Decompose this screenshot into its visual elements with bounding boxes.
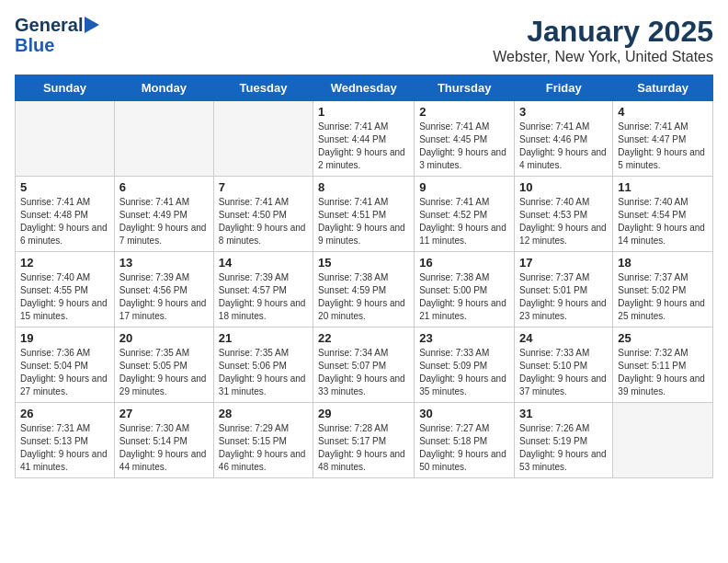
day-info: Sunrise: 7:33 AMSunset: 5:10 PMDaylight:…: [519, 347, 608, 398]
day-info: Sunrise: 7:28 AMSunset: 5:17 PMDaylight:…: [318, 422, 409, 474]
day-info: Sunrise: 7:37 AMSunset: 5:02 PMDaylight:…: [618, 271, 708, 323]
day-cell: 1Sunrise: 7:41 AMSunset: 4:44 PMDaylight…: [313, 101, 415, 177]
day-info: Sunrise: 7:41 AMSunset: 4:52 PMDaylight:…: [419, 196, 509, 247]
day-info: Sunrise: 7:40 AMSunset: 4:54 PMDaylight:…: [618, 196, 708, 247]
logo-arrow-icon: [85, 17, 99, 33]
day-number: 16: [419, 256, 509, 270]
day-cell: 7Sunrise: 7:41 AMSunset: 4:50 PMDaylight…: [213, 177, 313, 252]
day-cell: 25Sunrise: 7:32 AMSunset: 5:11 PMDayligh…: [613, 327, 713, 403]
day-cell: 3Sunrise: 7:41 AMSunset: 4:46 PMDaylight…: [515, 101, 613, 177]
day-number: 21: [219, 331, 308, 345]
day-number: 22: [318, 331, 409, 345]
day-cell: 16Sunrise: 7:38 AMSunset: 5:00 PMDayligh…: [415, 252, 515, 327]
day-info: Sunrise: 7:41 AMSunset: 4:50 PMDaylight:…: [219, 196, 308, 247]
day-info: Sunrise: 7:41 AMSunset: 4:46 PMDaylight:…: [519, 121, 608, 172]
day-cell: 17Sunrise: 7:37 AMSunset: 5:01 PMDayligh…: [515, 252, 613, 327]
day-info: Sunrise: 7:40 AMSunset: 4:53 PMDaylight:…: [519, 196, 608, 247]
day-number: 4: [618, 105, 708, 119]
day-info: Sunrise: 7:39 AMSunset: 4:56 PMDaylight:…: [119, 271, 209, 323]
day-number: 31: [519, 407, 608, 420]
day-info: Sunrise: 7:34 AMSunset: 5:07 PMDaylight:…: [318, 347, 409, 398]
day-number: 27: [119, 407, 209, 420]
day-info: Sunrise: 7:35 AMSunset: 5:05 PMDaylight:…: [119, 347, 209, 398]
day-number: 23: [419, 331, 509, 345]
day-info: Sunrise: 7:26 AMSunset: 5:19 PMDaylight:…: [519, 422, 608, 474]
title-section: January 2025 Webster, New York, United S…: [493, 15, 713, 65]
day-number: 3: [519, 105, 608, 119]
week-row-2: 5Sunrise: 7:41 AMSunset: 4:48 PMDaylight…: [16, 177, 713, 252]
day-number: 8: [318, 180, 409, 194]
day-cell: 31Sunrise: 7:26 AMSunset: 5:19 PMDayligh…: [515, 403, 613, 478]
month-title: January 2025: [493, 15, 713, 49]
day-info: Sunrise: 7:29 AMSunset: 5:15 PMDaylight:…: [219, 422, 308, 474]
day-info: Sunrise: 7:41 AMSunset: 4:49 PMDaylight:…: [119, 196, 209, 247]
day-number: 20: [119, 331, 209, 345]
weekday-header-row: Sunday Monday Tuesday Wednesday Thursday…: [16, 75, 713, 101]
day-info: Sunrise: 7:41 AMSunset: 4:44 PMDaylight:…: [318, 121, 409, 172]
day-cell: 22Sunrise: 7:34 AMSunset: 5:07 PMDayligh…: [313, 327, 415, 403]
calendar-table: Sunday Monday Tuesday Wednesday Thursday…: [15, 75, 713, 478]
day-number: 5: [20, 180, 109, 194]
day-number: 2: [419, 105, 509, 119]
header-monday: Monday: [114, 75, 213, 101]
day-info: Sunrise: 7:27 AMSunset: 5:18 PMDaylight:…: [419, 422, 509, 474]
day-number: 18: [618, 256, 708, 270]
day-info: Sunrise: 7:32 AMSunset: 5:11 PMDaylight:…: [618, 347, 708, 398]
week-row-5: 26Sunrise: 7:31 AMSunset: 5:13 PMDayligh…: [16, 403, 713, 478]
logo-blue-text: Blue: [15, 35, 54, 55]
day-cell: [613, 403, 713, 478]
day-info: Sunrise: 7:40 AMSunset: 4:55 PMDaylight:…: [20, 271, 109, 323]
day-number: 11: [618, 180, 708, 194]
day-info: Sunrise: 7:38 AMSunset: 5:00 PMDaylight:…: [419, 271, 509, 323]
day-info: Sunrise: 7:41 AMSunset: 4:51 PMDaylight:…: [318, 196, 409, 247]
header-wednesday: Wednesday: [313, 75, 415, 101]
day-number: 17: [519, 256, 608, 270]
day-info: Sunrise: 7:41 AMSunset: 4:47 PMDaylight:…: [618, 121, 708, 172]
day-cell: 4Sunrise: 7:41 AMSunset: 4:47 PMDaylight…: [613, 101, 713, 177]
day-cell: 29Sunrise: 7:28 AMSunset: 5:17 PMDayligh…: [313, 403, 415, 478]
day-number: 1: [318, 105, 409, 119]
day-cell: 5Sunrise: 7:41 AMSunset: 4:48 PMDaylight…: [16, 177, 115, 252]
day-cell: [213, 101, 313, 177]
logo: General Blue: [15, 15, 99, 55]
day-cell: [16, 101, 115, 177]
day-number: 19: [20, 331, 109, 345]
day-cell: 19Sunrise: 7:36 AMSunset: 5:04 PMDayligh…: [16, 327, 115, 403]
day-info: Sunrise: 7:31 AMSunset: 5:13 PMDaylight:…: [20, 422, 109, 474]
day-info: Sunrise: 7:30 AMSunset: 5:14 PMDaylight:…: [119, 422, 209, 474]
day-number: 24: [519, 331, 608, 345]
week-row-3: 12Sunrise: 7:40 AMSunset: 4:55 PMDayligh…: [16, 252, 713, 327]
day-number: 26: [20, 407, 109, 420]
day-cell: [114, 101, 213, 177]
day-cell: 30Sunrise: 7:27 AMSunset: 5:18 PMDayligh…: [415, 403, 515, 478]
header-friday: Friday: [515, 75, 613, 101]
day-cell: 9Sunrise: 7:41 AMSunset: 4:52 PMDaylight…: [415, 177, 515, 252]
day-cell: 8Sunrise: 7:41 AMSunset: 4:51 PMDaylight…: [313, 177, 415, 252]
day-number: 15: [318, 256, 409, 270]
day-info: Sunrise: 7:38 AMSunset: 4:59 PMDaylight:…: [318, 271, 409, 323]
day-info: Sunrise: 7:35 AMSunset: 5:06 PMDaylight:…: [219, 347, 308, 398]
header-thursday: Thursday: [415, 75, 515, 101]
day-info: Sunrise: 7:36 AMSunset: 5:04 PMDaylight:…: [20, 347, 109, 398]
day-cell: 20Sunrise: 7:35 AMSunset: 5:05 PMDayligh…: [114, 327, 213, 403]
logo-text: General: [15, 15, 83, 35]
day-cell: 14Sunrise: 7:39 AMSunset: 4:57 PMDayligh…: [213, 252, 313, 327]
day-cell: 27Sunrise: 7:30 AMSunset: 5:14 PMDayligh…: [114, 403, 213, 478]
day-cell: 11Sunrise: 7:40 AMSunset: 4:54 PMDayligh…: [613, 177, 713, 252]
day-number: 7: [219, 180, 308, 194]
day-info: Sunrise: 7:33 AMSunset: 5:09 PMDaylight:…: [419, 347, 509, 398]
header-tuesday: Tuesday: [213, 75, 313, 101]
day-cell: 2Sunrise: 7:41 AMSunset: 4:45 PMDaylight…: [415, 101, 515, 177]
day-info: Sunrise: 7:37 AMSunset: 5:01 PMDaylight:…: [519, 271, 608, 323]
day-number: 6: [119, 180, 209, 194]
day-info: Sunrise: 7:39 AMSunset: 4:57 PMDaylight:…: [219, 271, 308, 323]
week-row-1: 1Sunrise: 7:41 AMSunset: 4:44 PMDaylight…: [16, 101, 713, 177]
day-cell: 24Sunrise: 7:33 AMSunset: 5:10 PMDayligh…: [515, 327, 613, 403]
day-number: 25: [618, 331, 708, 345]
day-cell: 28Sunrise: 7:29 AMSunset: 5:15 PMDayligh…: [213, 403, 313, 478]
day-cell: 23Sunrise: 7:33 AMSunset: 5:09 PMDayligh…: [415, 327, 515, 403]
day-info: Sunrise: 7:41 AMSunset: 4:48 PMDaylight:…: [20, 196, 109, 247]
day-number: 28: [219, 407, 308, 420]
day-cell: 26Sunrise: 7:31 AMSunset: 5:13 PMDayligh…: [16, 403, 115, 478]
day-cell: 18Sunrise: 7:37 AMSunset: 5:02 PMDayligh…: [613, 252, 713, 327]
